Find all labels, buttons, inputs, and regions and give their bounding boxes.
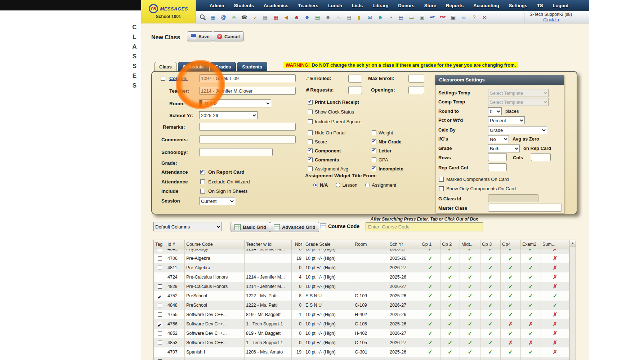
tab-grades[interactable]: Grades [210, 62, 236, 71]
checkbox[interactable] [308, 166, 313, 171]
checkbox-item[interactable]: Component [308, 147, 348, 154]
nav-item-settings[interactable]: Settings [509, 3, 527, 8]
checkbox[interactable] [308, 130, 313, 135]
calc-by-select[interactable]: Grade [488, 126, 547, 134]
table-row[interactable]: 4853Software Dev C++...1 - Tech Support-… [154, 338, 569, 347]
course-checkbox[interactable] [161, 76, 165, 81]
pct-select[interactable]: Percent [488, 116, 525, 124]
tab-class[interactable]: Class [154, 62, 177, 71]
nav-item-lunch[interactable]: Lunch [328, 3, 342, 8]
tag-cell[interactable] [154, 291, 166, 301]
marked-components-checkbox[interactable] [439, 177, 444, 182]
tag-cell[interactable] [154, 310, 166, 319]
comp-temp-select[interactable]: Select Template [488, 98, 549, 106]
condiment-icon[interactable]: ▮ [355, 13, 363, 21]
scroll-up-arrow-icon[interactable]: ▲ [570, 240, 576, 246]
column-header[interactable]: Grade Scale [304, 240, 353, 249]
school-yr-select[interactable]: 2025-26 [199, 111, 258, 119]
tag-checkbox[interactable] [158, 256, 162, 261]
book-icon[interactable]: ▤ [314, 13, 321, 21]
radio-item[interactable]: Lesson [336, 182, 357, 188]
tag-cell[interactable] [154, 347, 166, 357]
spreadsheet-icon[interactable]: ▦ [209, 13, 217, 21]
cs-grade-select[interactable]: Both [488, 145, 520, 152]
checkbox-item[interactable]: Assignment Avg [308, 165, 348, 172]
basic-grid-button[interactable]: Basic Grid [231, 222, 270, 232]
tag-cell[interactable] [154, 338, 166, 347]
send-message-icon[interactable]: ✉ [366, 13, 374, 21]
tag-cell[interactable] [154, 282, 166, 291]
tag-checkbox[interactable] [158, 312, 162, 317]
nav-item-teachers[interactable]: Teachers [298, 3, 318, 8]
email-icon[interactable]: @ [220, 13, 227, 21]
openings-input[interactable] [408, 86, 424, 94]
teacher-input[interactable] [199, 87, 296, 95]
tag-cell[interactable] [154, 301, 166, 310]
radio-item[interactable]: Assignment [365, 182, 396, 188]
radio-button[interactable] [336, 183, 340, 187]
walker-icon[interactable]: ☻ [376, 13, 384, 21]
tag-checkbox[interactable] [158, 284, 162, 289]
exclude-on-wizard-checkbox[interactable] [200, 179, 205, 184]
table-row[interactable]: 4829Pre-Calculus Honors1214 - Jennifer M… [154, 282, 569, 291]
cancel-button[interactable]: Cancel [213, 31, 244, 41]
printer-icon[interactable]: ▣ [450, 13, 457, 21]
column-header[interactable]: Tag [154, 240, 166, 249]
checkbox[interactable] [372, 157, 376, 162]
pdf-icon[interactable]: PDF [439, 13, 447, 21]
table-row[interactable]: 4848PreSchool1222 - Ms. Patti0E S N UC-1… [154, 301, 569, 310]
column-header[interactable]: Sch Yr [388, 240, 420, 249]
table-row[interactable]: 4811Pre-Algebra010 pt +/- (High)2026-27✓… [154, 263, 569, 272]
g-class-id-input[interactable] [488, 194, 538, 202]
nav-item-academics[interactable]: Academics [264, 3, 289, 8]
table-row[interactable] [154, 357, 569, 360]
requests-input[interactable] [348, 86, 362, 94]
column-header[interactable]: Room [353, 240, 388, 249]
tag-checkbox[interactable] [158, 249, 162, 251]
column-header[interactable]: Gp4 [501, 240, 521, 249]
rows-input[interactable] [488, 153, 507, 161]
stop-icon[interactable]: ⊘ [481, 13, 488, 21]
course-code-search-input[interactable] [366, 222, 483, 231]
checkbox-item[interactable]: Comments [308, 156, 348, 163]
form-icon[interactable]: ▤ [397, 13, 405, 21]
link-icon[interactable]: ∞ [460, 13, 468, 21]
tag-checkbox[interactable] [158, 322, 162, 326]
checkbox-item[interactable]: GPA [372, 156, 403, 163]
checkbox[interactable] [372, 148, 376, 153]
checkbox[interactable] [308, 100, 313, 105]
column-header[interactable]: Gp 1 [420, 240, 440, 249]
checkbox-item[interactable]: Incomplete [372, 165, 403, 172]
tag-checkbox[interactable] [158, 275, 162, 279]
on-sign-in-sheets-checkbox[interactable] [200, 189, 205, 194]
advanced-grid-button[interactable]: Advanced Grid [270, 222, 319, 232]
enrolled-input[interactable] [348, 75, 362, 83]
tag-checkbox[interactable] [158, 294, 162, 298]
tag-checkbox[interactable] [158, 303, 162, 307]
checkbox[interactable] [372, 130, 376, 135]
person-blue-icon[interactable]: ☻ [303, 13, 311, 21]
nav-item-lists[interactable]: Lists [352, 3, 363, 8]
checkbox[interactable] [308, 119, 313, 124]
lunch-icon[interactable]: ♨ [335, 13, 342, 21]
remarks-input[interactable] [199, 123, 296, 131]
tab-students[interactable]: Students [237, 62, 267, 71]
radio-button[interactable] [313, 183, 318, 187]
nav-item-ts[interactable]: TS [537, 3, 543, 8]
tag-checkbox[interactable] [158, 341, 162, 345]
checkbox[interactable] [308, 110, 313, 114]
nav-item-store[interactable]: Store [424, 3, 436, 8]
course-label[interactable]: Course: [169, 76, 188, 81]
checkbox-item[interactable]: Score [308, 138, 348, 145]
nav-item-donors[interactable]: Donors [398, 3, 415, 8]
radio-button[interactable] [365, 183, 370, 187]
column-header[interactable]: Id # [166, 240, 185, 249]
table-row[interactable]: 4707Spanish I1206 - Mrs. Amato1910 pt +/… [154, 347, 569, 357]
fax-icon[interactable]: ▣ [418, 13, 426, 21]
tag-cell[interactable] [154, 357, 166, 360]
tag-checkbox[interactable] [158, 331, 162, 335]
clock-in-link[interactable]: Clock In [543, 17, 559, 23]
radio-item[interactable]: N/A [313, 182, 328, 188]
chat-icon[interactable]: ☺ [230, 13, 238, 21]
tag-cell[interactable] [154, 272, 166, 282]
